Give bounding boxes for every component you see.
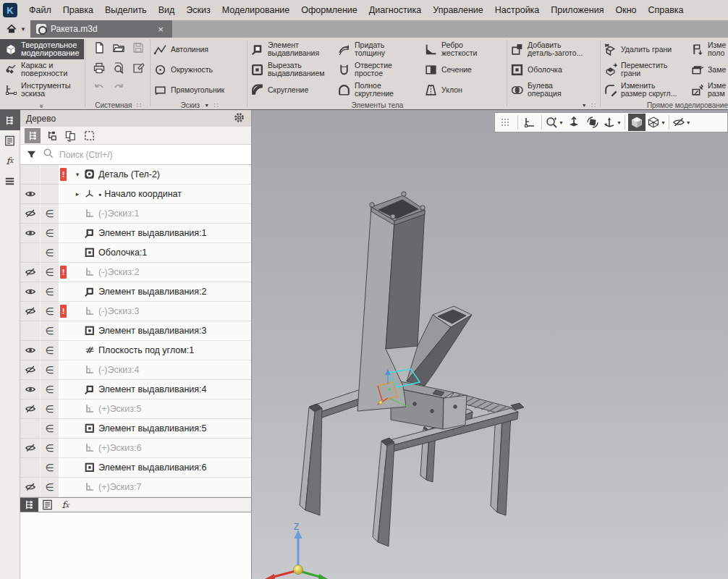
strip-tab-specification[interactable] xyxy=(0,130,20,151)
ribbon-collapse-icon[interactable]: » xyxy=(0,102,84,110)
move-component-button[interactable] xyxy=(565,114,583,131)
tree-row[interactable]: ∈(+)Эскиз:5 xyxy=(20,400,251,419)
ribbon-button[interactable]: Ребро жесткости xyxy=(422,39,507,59)
tree-row[interactable]: ∈Элемент выдавливания:1 xyxy=(20,224,251,243)
visibility-toggle[interactable] xyxy=(20,400,41,419)
tree-row[interactable]: ∈!(-)Эскиз:3 xyxy=(20,302,251,321)
open-folder-button[interactable] xyxy=(112,41,125,57)
visibility-toggle[interactable] xyxy=(20,341,41,360)
visibility-toggle[interactable] xyxy=(20,185,41,204)
menu-item[interactable]: Файл xyxy=(23,3,57,17)
group-dropdown-icon[interactable]: ▼ xyxy=(204,103,209,108)
group-grip-icon[interactable]: ∷ xyxy=(213,101,217,109)
ribbon-button[interactable]: Полное скругление xyxy=(335,80,422,100)
grip-dots-button[interactable] xyxy=(497,114,515,131)
hide-objects-button[interactable]: ▼ xyxy=(672,114,691,131)
ribbon-button[interactable]: Булева операция xyxy=(508,80,599,100)
menu-item[interactable]: Оформление xyxy=(295,3,363,17)
dropdown-icon[interactable]: ▼ xyxy=(559,120,564,125)
ribbon-button[interactable]: Изме поло xyxy=(688,39,728,59)
ribbon-button[interactable]: Изме разм xyxy=(688,80,728,100)
dropdown-icon[interactable]: ▼ xyxy=(686,120,691,125)
visibility-toggle[interactable] xyxy=(20,321,41,341)
ribbon-button[interactable]: Сечение xyxy=(422,59,507,80)
tree-row[interactable]: ∈(+)Эскиз:7 xyxy=(20,478,251,497)
menu-item[interactable]: Настройка xyxy=(489,3,546,17)
menu-item[interactable]: Управление xyxy=(427,3,489,17)
tree-row[interactable]: !▾Деталь (Тел-2) xyxy=(20,165,251,185)
tree-row[interactable]: ∈Оболочка:1 xyxy=(20,243,251,263)
ribbon-button[interactable]: Изменить размер скругл... xyxy=(601,80,688,100)
menu-item[interactable]: Эскиз xyxy=(180,3,216,17)
ribbon-button[interactable]: Заме xyxy=(688,59,728,80)
gear-icon[interactable] xyxy=(233,111,245,126)
strip-tab-variables[interactable]: fx xyxy=(0,151,20,171)
sketch-mode-button[interactable] xyxy=(521,114,538,131)
tree-view-sequence-button[interactable] xyxy=(43,128,59,143)
ribbon-button[interactable]: Скругление xyxy=(248,80,335,100)
3d-viewport[interactable]: Z ▼▼▼▼ xyxy=(252,110,728,579)
document-tab[interactable]: Ракета.m3d × xyxy=(30,20,172,38)
filter-icon[interactable] xyxy=(20,148,42,161)
tree-row[interactable]: ∈(-)Эскиз:4 xyxy=(20,360,251,380)
visibility-toggle[interactable] xyxy=(20,243,41,263)
expander-icon[interactable]: ▾ xyxy=(74,171,81,178)
visibility-toggle[interactable] xyxy=(20,360,41,380)
strip-tab-tree[interactable] xyxy=(0,110,20,130)
wireframe-view-button[interactable]: ▼ xyxy=(647,114,666,131)
tree-row[interactable]: ∈Элемент выдавливания:3 xyxy=(20,321,251,341)
panel-tab-tree[interactable] xyxy=(20,498,38,512)
expander-icon[interactable]: ▸ xyxy=(74,190,81,198)
home-button[interactable]: ▼ xyxy=(0,20,30,38)
strip-menu-icon[interactable] xyxy=(0,171,20,191)
tree-row[interactable]: ∈Элемент выдавливания:5 xyxy=(20,419,251,439)
visibility-toggle[interactable] xyxy=(20,439,41,458)
panel-switch-button[interactable]: Каркас и поверхности xyxy=(0,59,84,80)
tree-row[interactable]: ∈Плоскость под углом:1 xyxy=(20,341,251,360)
cad-model-rocket-stove[interactable]: Z xyxy=(252,110,728,579)
group-grip-icon[interactable]: ∷ xyxy=(591,101,595,109)
visibility-toggle[interactable] xyxy=(20,282,41,302)
ribbon-button[interactable]: Автолиния xyxy=(151,39,247,59)
rotate-view-button[interactable] xyxy=(584,114,601,131)
tree-row[interactable]: ▸●Начало координат xyxy=(20,185,251,204)
ribbon-button[interactable]: Вырезать выдавливанием xyxy=(248,59,335,80)
group-grip-icon[interactable]: ∷ xyxy=(136,101,140,109)
menu-item[interactable]: Моделирование xyxy=(216,3,296,17)
tree-row[interactable]: ∈!(-)Эскиз:2 xyxy=(20,263,251,282)
orientation-button[interactable]: ▼ xyxy=(603,114,622,131)
tree-select-button[interactable] xyxy=(81,128,97,143)
tree-relations-button[interactable] xyxy=(62,128,78,143)
panel-tab-specification[interactable] xyxy=(38,498,56,512)
visibility-toggle[interactable] xyxy=(20,458,41,478)
tree-row[interactable]: ∈(-)Эскиз:1 xyxy=(20,204,251,224)
ribbon-button[interactable]: Удалить грани xyxy=(601,39,688,59)
menu-item[interactable]: Диагностика xyxy=(363,3,427,17)
menu-item[interactable]: Справка xyxy=(643,3,690,17)
visibility-toggle[interactable] xyxy=(20,302,41,321)
visibility-toggle[interactable] xyxy=(20,224,41,243)
menu-item[interactable]: Вид xyxy=(153,3,181,17)
menu-item[interactable]: Окно xyxy=(609,3,642,17)
dropdown-icon[interactable]: ▼ xyxy=(661,120,666,125)
visibility-toggle[interactable] xyxy=(20,263,41,282)
ribbon-button[interactable]: Элемент выдавливания xyxy=(248,39,335,59)
visibility-toggle[interactable] xyxy=(20,478,41,497)
ribbon-button[interactable]: Переместить грани xyxy=(601,59,688,80)
group-dropdown-icon[interactable]: ▼ xyxy=(582,103,587,108)
undo-button[interactable] xyxy=(93,82,106,98)
tree-view-structure-button[interactable] xyxy=(25,128,41,143)
tree-row[interactable]: ∈Элемент выдавливания:4 xyxy=(20,380,251,400)
preview-button[interactable] xyxy=(112,62,125,77)
ribbon-button[interactable]: Прямоугольник xyxy=(151,80,247,100)
home-dropdown-icon[interactable]: ▼ xyxy=(20,26,26,33)
save-button[interactable] xyxy=(132,41,145,57)
panel-switch-button[interactable]: Инструменты эскиза xyxy=(0,80,84,100)
tab-close-icon[interactable]: × xyxy=(155,24,166,35)
ribbon-button[interactable]: Оболочка xyxy=(508,59,599,80)
shaded-view-button[interactable] xyxy=(628,114,646,131)
new-document-button[interactable] xyxy=(93,41,106,57)
visibility-toggle[interactable] xyxy=(20,204,41,224)
ribbon-button[interactable]: Придать толщину xyxy=(335,39,422,59)
visibility-toggle[interactable] xyxy=(20,165,41,185)
